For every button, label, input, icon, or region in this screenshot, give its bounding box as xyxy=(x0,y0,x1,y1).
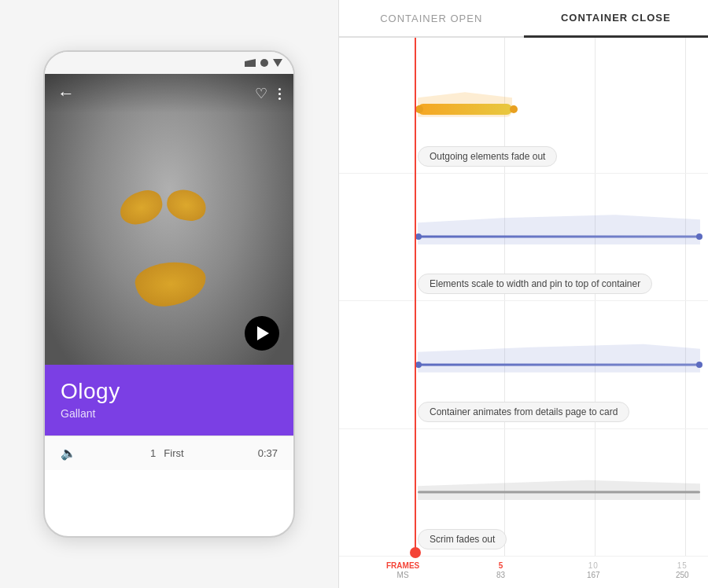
timeline-rows: Outgoing elements fade out Elements scal… xyxy=(339,46,708,557)
tab-container-close[interactable]: CONTAINER CLOSE xyxy=(524,0,709,38)
axis-ms-167: 167 xyxy=(587,571,600,579)
track-time: 0:37 xyxy=(258,447,278,459)
album-art: ← ♡ xyxy=(45,74,293,365)
axis-tick-10: 10 167 xyxy=(587,561,600,579)
axis-ms-83: 83 xyxy=(496,571,505,579)
album-top-bar: ← ♡ xyxy=(45,74,293,113)
timeline-area: Outgoing elements fade out Elements scal… xyxy=(339,38,708,588)
area-row2 xyxy=(418,213,700,244)
axis-frame-5: 5 xyxy=(499,561,503,570)
frames-label: FRAMES xyxy=(386,561,419,570)
label-row4: Scrim fades out xyxy=(418,529,507,549)
wifi-icon xyxy=(260,59,268,67)
signal-icon xyxy=(245,59,256,67)
timeline-axis: FRAMES MS 5 83 10 167 15 250 xyxy=(339,557,708,588)
axis-ms-250: 250 xyxy=(676,571,689,579)
track-info: 1 First xyxy=(150,447,184,459)
dot-start-2 xyxy=(415,233,422,240)
track-number: 1 xyxy=(150,447,156,459)
label-row3: Container animates from details page to … xyxy=(418,402,629,422)
artist-name: Gallant xyxy=(61,407,278,420)
dot-start-3 xyxy=(415,362,422,368)
playhead-dot xyxy=(410,547,421,558)
bar-row1 xyxy=(418,104,512,115)
back-button[interactable]: ← xyxy=(57,83,75,104)
area-row3 xyxy=(418,341,700,373)
dot-end-3 xyxy=(696,362,702,368)
music-info-bar: Ology Gallant xyxy=(45,365,293,435)
bar-row2 xyxy=(418,236,700,238)
playhead-line xyxy=(415,38,416,557)
dot-end-1 xyxy=(510,105,518,113)
axis-frame-10: 10 xyxy=(588,561,599,570)
label-row2: Elements scale to width and pin to top o… xyxy=(418,274,652,294)
bar-row3 xyxy=(418,363,700,366)
timeline-row-4: Scrim fades out xyxy=(339,429,708,557)
phone-bottom-bar: 🔈 1 First 0:37 xyxy=(45,435,293,470)
top-actions: ♡ xyxy=(255,85,281,102)
axis-label-frames: FRAMES MS xyxy=(386,561,419,579)
axis-tick-15: 15 250 xyxy=(676,561,689,579)
ms-label: MS xyxy=(397,571,409,579)
timeline-row-3: Container animates from details page to … xyxy=(339,301,708,429)
timeline-header: CONTAINER OPEN CONTAINER CLOSE xyxy=(339,0,708,38)
axis-frame-15: 15 xyxy=(677,561,688,570)
timeline-row-2: Elements scale to width and pin to top o… xyxy=(339,174,708,302)
more-icon[interactable] xyxy=(278,88,281,100)
bar-row4 xyxy=(418,491,700,494)
phone-mockup: ← ♡ Ology xyxy=(43,50,295,538)
right-panel: CONTAINER OPEN CONTAINER CLOSE Outgoing … xyxy=(338,0,708,588)
volume-icon[interactable]: 🔈 xyxy=(61,446,76,461)
track-label: First xyxy=(164,447,183,459)
timeline-row-1: Outgoing elements fade out xyxy=(339,46,708,174)
song-title: Ology xyxy=(61,379,278,404)
area-row4 xyxy=(418,476,700,500)
heart-icon[interactable]: ♡ xyxy=(255,85,267,102)
tab-container-open[interactable]: CONTAINER OPEN xyxy=(339,0,524,36)
left-panel: ← ♡ Ology xyxy=(0,0,338,588)
battery-icon xyxy=(273,59,282,67)
dot-end-2 xyxy=(696,233,702,240)
axis-tick-5: 5 83 xyxy=(496,561,505,579)
phone-content: ← ♡ Ology xyxy=(45,74,293,536)
label-row1: Outgoing elements fade out xyxy=(418,146,557,167)
play-icon xyxy=(257,326,269,340)
play-button[interactable] xyxy=(245,316,279,351)
phone-status-bar xyxy=(45,52,293,74)
dot-start-1 xyxy=(415,105,423,113)
